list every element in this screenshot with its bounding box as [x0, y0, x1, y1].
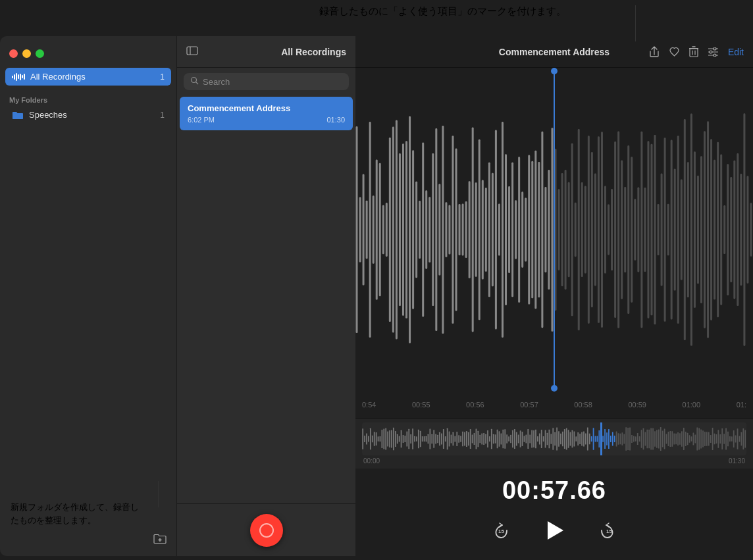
svg-rect-211 — [504, 429, 506, 449]
svg-rect-52 — [472, 128, 474, 332]
svg-rect-146 — [380, 436, 381, 442]
svg-rect-60 — [498, 203, 500, 255]
sidebar-all-recordings[interactable]: All Recordings 1 — [5, 68, 171, 86]
play-button[interactable] — [539, 515, 569, 546]
svg-rect-235 — [550, 434, 552, 444]
folder-item-speeches[interactable]: Speeches 1 — [5, 107, 171, 123]
svg-rect-326 — [725, 428, 727, 450]
favorite-button[interactable] — [669, 47, 680, 57]
svg-rect-125 — [714, 160, 715, 299]
svg-rect-262 — [602, 436, 604, 442]
svg-rect-311 — [696, 428, 698, 451]
svg-rect-43 — [442, 126, 444, 334]
svg-rect-283 — [643, 428, 644, 449]
svg-rect-310 — [694, 435, 696, 444]
svg-rect-291 — [658, 429, 660, 448]
play-triangle-icon — [548, 521, 563, 540]
svg-rect-92 — [604, 186, 606, 273]
svg-rect-33 — [409, 116, 411, 343]
svg-rect-142 — [372, 436, 373, 442]
svg-rect-178 — [441, 433, 442, 444]
search-input[interactable] — [203, 77, 342, 87]
svg-rect-324 — [721, 428, 723, 449]
annotation-bottom: 新規フォルダを作成して、録音したものを整理します。 — [0, 481, 178, 560]
svg-rect-294 — [664, 428, 665, 449]
all-recordings-left: All Recordings — [12, 72, 86, 82]
mini-timeline-labels: 00:00 01:30 — [362, 455, 746, 465]
minimize-button[interactable] — [22, 49, 31, 58]
svg-rect-210 — [502, 430, 504, 448]
record-button[interactable] — [250, 514, 283, 547]
svg-rect-88 — [591, 152, 593, 307]
svg-rect-288 — [652, 428, 654, 449]
skip-forward-button[interactable]: 15 — [596, 517, 622, 544]
annotation-line-bottom — [158, 481, 159, 507]
svg-rect-58 — [492, 173, 494, 286]
svg-rect-111 — [667, 204, 669, 256]
svg-rect-128 — [723, 205, 725, 254]
svg-rect-301 — [677, 432, 679, 445]
svg-rect-97 — [621, 161, 623, 299]
svg-rect-226 — [533, 430, 534, 447]
svg-rect-312 — [698, 428, 700, 449]
svg-rect-87 — [588, 136, 590, 323]
svg-rect-228 — [537, 436, 538, 442]
traffic-lights — [0, 36, 176, 68]
svg-rect-316 — [706, 432, 708, 445]
svg-rect-19 — [363, 174, 365, 285]
svg-rect-318 — [710, 435, 712, 443]
recording-item-commencement[interactable]: Commencement Address 6:02 PM 01:30 — [180, 97, 353, 130]
svg-rect-279 — [635, 436, 636, 442]
svg-rect-296 — [668, 432, 669, 446]
svg-rect-156 — [399, 436, 400, 442]
svg-rect-302 — [679, 433, 681, 445]
svg-rect-181 — [447, 428, 448, 450]
svg-rect-182 — [449, 432, 450, 447]
svg-rect-253 — [585, 434, 586, 445]
maximize-button[interactable] — [36, 49, 44, 58]
svg-rect-273 — [623, 434, 625, 444]
svg-rect-63 — [508, 186, 510, 273]
svg-rect-330 — [733, 430, 735, 447]
all-recordings-count: 1 — [160, 72, 165, 82]
svg-rect-297 — [669, 431, 671, 447]
svg-rect-333 — [739, 436, 740, 442]
svg-point-14 — [714, 47, 716, 50]
search-bar[interactable] — [184, 73, 349, 90]
recording-meta: 6:02 PM 01:30 — [188, 116, 345, 124]
mini-waveform-container[interactable] — [362, 422, 746, 455]
svg-rect-75 — [548, 170, 550, 290]
svg-rect-47 — [455, 148, 457, 311]
svg-rect-280 — [637, 433, 638, 445]
svg-rect-84 — [578, 129, 580, 330]
svg-rect-141 — [370, 428, 371, 450]
svg-rect-214 — [510, 435, 511, 443]
svg-rect-48 — [459, 204, 461, 255]
svg-rect-99 — [627, 145, 629, 314]
svg-rect-109 — [661, 173, 663, 286]
skip-back-button[interactable]: 15 — [486, 517, 513, 544]
share-button[interactable] — [649, 46, 660, 58]
svg-rect-173 — [431, 434, 432, 444]
svg-rect-240 — [560, 434, 561, 444]
svg-rect-64 — [511, 163, 513, 297]
edit-button[interactable]: Edit — [728, 47, 744, 57]
svg-rect-143 — [374, 432, 375, 445]
close-button[interactable] — [9, 49, 18, 58]
svg-rect-275 — [627, 428, 629, 450]
svg-rect-17 — [356, 126, 358, 333]
svg-rect-108 — [658, 204, 660, 255]
svg-rect-189 — [462, 432, 463, 447]
delete-button[interactable] — [689, 46, 698, 57]
svg-rect-22 — [373, 195, 375, 263]
svg-rect-106 — [650, 144, 652, 316]
svg-rect-231 — [543, 436, 544, 442]
svg-rect-175 — [435, 434, 436, 444]
svg-rect-159 — [405, 436, 406, 442]
svg-rect-54 — [479, 140, 480, 320]
svg-rect-101 — [634, 199, 636, 260]
sidebar-toggle-button[interactable] — [186, 46, 198, 58]
svg-rect-249 — [577, 432, 579, 445]
svg-rect-137 — [362, 428, 363, 449]
settings-button[interactable] — [708, 47, 719, 57]
